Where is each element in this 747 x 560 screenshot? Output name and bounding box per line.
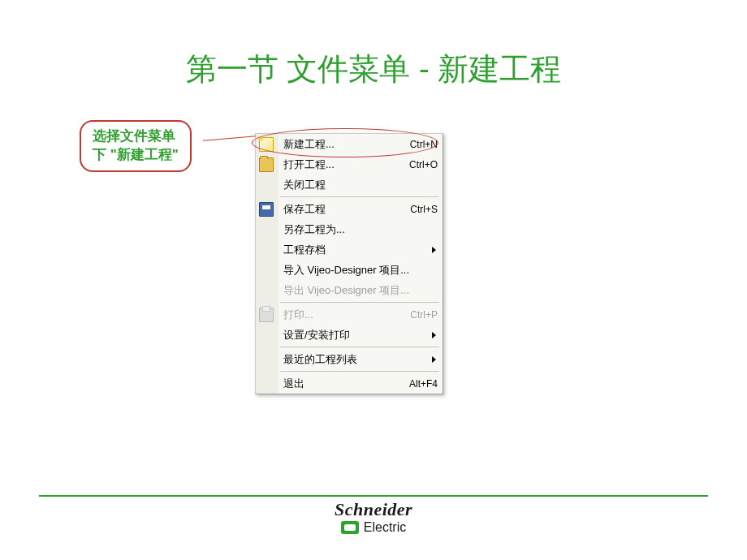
menu-item-label: 最近的工程列表 xyxy=(283,352,438,367)
menu-item: 打印...Ctrl+P xyxy=(256,304,443,325)
menu-separator xyxy=(280,302,439,303)
callout-box: 选择文件菜单 下 "新建工程" xyxy=(80,120,192,172)
callout-line-1: 选择文件菜单 xyxy=(93,127,179,145)
open-folder-icon xyxy=(259,157,274,172)
chevron-right-icon xyxy=(432,247,436,253)
menu-item-label: 导入 Vijeo-Designer 项目... xyxy=(283,263,438,278)
menu-item-label: 退出 xyxy=(283,377,409,391)
menu-item-label: 工程存档 xyxy=(283,243,438,257)
menu-item-label: 关闭工程 xyxy=(283,178,438,192)
menu-item[interactable]: 工程存档 xyxy=(256,239,443,260)
footer-rule xyxy=(39,495,708,497)
menu-items: 新建工程...Ctrl+N打开工程...Ctrl+O关闭工程保存工程Ctrl+S… xyxy=(256,134,443,394)
menu-item[interactable]: 导入 Vijeo-Designer 项目... xyxy=(256,260,443,280)
file-menu: 新建工程...Ctrl+N打开工程...Ctrl+O关闭工程保存工程Ctrl+S… xyxy=(255,133,443,394)
menu-item-label: 导出 Vijeo-Designer 项目... xyxy=(283,283,438,298)
menu-item-label: 设置/安装打印 xyxy=(283,328,438,342)
menu-item-label: 另存工程为... xyxy=(283,222,438,237)
menu-item[interactable]: 退出Alt+F4 xyxy=(256,373,443,394)
menu-item[interactable]: 最近的工程列表 xyxy=(256,349,443,369)
menu-separator xyxy=(280,371,439,372)
menu-item[interactable]: 另存工程为... xyxy=(256,219,443,239)
menu-item-shortcut: Ctrl+S xyxy=(410,204,438,215)
brand-logo: Schneider Electric xyxy=(0,499,747,537)
menu-item-label: 打印... xyxy=(283,308,410,322)
slide: 第一节 文件菜单 - 新建工程 选择文件菜单 下 "新建工程" 新建工程...C… xyxy=(0,0,747,560)
callout-pointer-line xyxy=(203,138,256,146)
chevron-right-icon xyxy=(432,356,436,363)
menu-item[interactable]: 保存工程Ctrl+S xyxy=(256,199,443,219)
menu-item-shortcut: Alt+F4 xyxy=(409,378,438,390)
menu-item-shortcut: Ctrl+O xyxy=(409,159,438,170)
menu-separator xyxy=(280,196,439,197)
chevron-right-icon xyxy=(432,332,436,338)
menu-item-shortcut: Ctrl+P xyxy=(410,309,438,321)
menu-item-label: 打开工程... xyxy=(283,157,409,172)
print-icon xyxy=(259,308,274,322)
callout-line-2: 下 "新建工程" xyxy=(93,145,179,164)
brand-name-1: Schneider xyxy=(0,499,747,520)
page-title: 第一节 文件菜单 - 新建工程 xyxy=(0,49,747,90)
brand-mark-icon xyxy=(341,521,359,534)
highlight-oval xyxy=(252,128,438,157)
menu-item[interactable]: 关闭工程 xyxy=(256,174,443,195)
menu-item-label: 保存工程 xyxy=(283,202,410,217)
menu-item: 导出 Vijeo-Designer 项目... xyxy=(256,280,443,300)
menu-item[interactable]: 设置/安装打印 xyxy=(256,325,443,345)
save-disk-icon xyxy=(259,202,274,217)
menu-separator xyxy=(280,347,439,347)
brand-name-2: Electric xyxy=(364,520,406,535)
